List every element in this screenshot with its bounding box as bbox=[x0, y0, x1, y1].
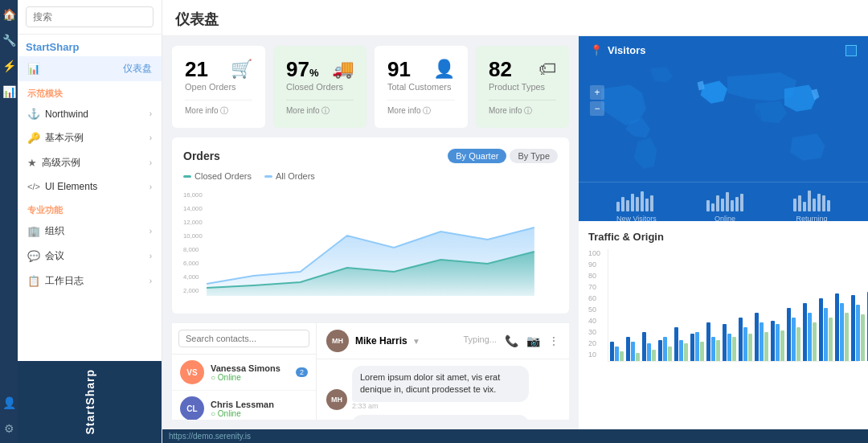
message-2: MH Sit meis deleniti eu, pri vidit melio… bbox=[326, 415, 559, 420]
traffic-bar bbox=[700, 342, 704, 361]
traffic-bar bbox=[840, 303, 844, 361]
traffic-section: Traffic & Origin 100 90 80 70 60 50 40 3… bbox=[579, 221, 868, 429]
online-bars bbox=[706, 187, 743, 211]
traffic-bar bbox=[642, 332, 646, 361]
stat-label-closed: Closed Orders bbox=[286, 82, 354, 92]
map-zoom-out[interactable]: − bbox=[590, 101, 604, 116]
contacts-list: VS Vanessa Simons ○ Online 2 CL Chris Le… bbox=[172, 323, 317, 420]
sidebar-item-meeting[interactable]: 💬 会议 › bbox=[18, 244, 162, 269]
traffic-bar-group bbox=[755, 313, 768, 361]
chevron-right-icon5: › bbox=[149, 227, 152, 236]
traffic-bar-group bbox=[658, 337, 672, 361]
sidebar-item-org[interactable]: 🏢 组织 › bbox=[18, 219, 162, 244]
chart-icon[interactable]: 📊 bbox=[2, 85, 16, 98]
traffic-bar bbox=[813, 322, 817, 361]
chart-header: Orders By Quarter By Type bbox=[183, 149, 558, 163]
new-visitors-label: New Visitors bbox=[616, 215, 657, 221]
visitors-toggle[interactable] bbox=[845, 45, 857, 56]
traffic-bar bbox=[695, 332, 699, 361]
stat-open-orders: 21 Open Orders 🛒 More info ⓘ bbox=[172, 46, 265, 128]
section-pro: 专业功能 bbox=[18, 198, 162, 219]
section-demo: 示范模块 bbox=[18, 81, 162, 102]
contacts-search-input[interactable] bbox=[178, 330, 309, 347]
traffic-bar bbox=[829, 318, 833, 361]
truck-icon: 🚚 bbox=[332, 59, 354, 80]
visitors-header: 📍 Visitors bbox=[579, 36, 868, 61]
traffic-bar bbox=[716, 340, 720, 361]
more-info-closed[interactable]: More info ⓘ bbox=[286, 100, 354, 117]
sidebar-item-basic[interactable]: 🔑 基本示例 › bbox=[18, 125, 162, 150]
more-info-cust[interactable]: More info ⓘ bbox=[387, 100, 455, 117]
svg-text:16,000: 16,000 bbox=[183, 191, 203, 199]
sidebar-item-advanced[interactable]: ★ 高级示例 › bbox=[18, 150, 162, 175]
cart-icon: 🛒 bbox=[231, 59, 252, 80]
avatar-chris: CL bbox=[180, 396, 204, 420]
user-icon[interactable]: 👤 bbox=[2, 396, 16, 409]
chevron-right-icon4: › bbox=[149, 183, 152, 191]
lightning-icon[interactable]: ⚡ bbox=[2, 59, 16, 72]
traffic-bar-group bbox=[706, 322, 720, 361]
video-icon[interactable]: 📷 bbox=[526, 334, 540, 347]
tag-icon: 🏷 bbox=[538, 59, 556, 80]
svg-text:2,000: 2,000 bbox=[183, 287, 199, 294]
traffic-bar bbox=[760, 322, 764, 361]
active-user-avatar: MH bbox=[326, 330, 349, 352]
traffic-bar bbox=[808, 313, 812, 361]
sidebar-item-northwind[interactable]: ⚓ Northwind › bbox=[18, 102, 162, 125]
message-1: MH Lorem ipsum dolor sit amet, vis erat … bbox=[326, 366, 559, 410]
gear-icon[interactable]: ⚙ bbox=[4, 422, 14, 435]
msg-bubble-1: Lorem ipsum dolor sit amet, vis erat den… bbox=[352, 366, 529, 402]
dropdown-icon[interactable]: ▼ bbox=[412, 337, 420, 346]
traffic-bar bbox=[711, 337, 715, 361]
traffic-bar bbox=[856, 305, 860, 361]
traffic-bar-group bbox=[787, 308, 800, 361]
map-container: + − bbox=[579, 61, 868, 182]
btn-by-quarter[interactable]: By Quarter bbox=[448, 149, 506, 163]
traffic-bar-group bbox=[610, 342, 624, 361]
main-content: 仪表盘 21 Open Orders 🛒 More info ⓘ 97% Clo… bbox=[162, 0, 868, 443]
traffic-y-axis: 100 90 80 70 60 50 40 30 20 10 bbox=[588, 249, 604, 362]
key-icon: 🔑 bbox=[27, 132, 40, 144]
page-title: 仪表盘 bbox=[175, 10, 855, 29]
traffic-bar-group bbox=[835, 293, 849, 361]
btn-by-type[interactable]: By Type bbox=[510, 149, 558, 163]
map-controls: + − bbox=[590, 85, 604, 116]
sidebar-item-dashboard[interactable]: 📊 仪表盘 bbox=[18, 56, 162, 81]
tools-icon[interactable]: 🔧 bbox=[2, 34, 16, 47]
traffic-bar bbox=[748, 334, 752, 361]
traffic-bar-group bbox=[690, 332, 704, 361]
svg-text:10,000: 10,000 bbox=[183, 232, 203, 240]
more-info-prod[interactable]: More info ⓘ bbox=[489, 100, 556, 117]
dashboard-icon: 📊 bbox=[27, 63, 40, 75]
new-visitors-bars bbox=[616, 187, 657, 211]
sidebar-item-log[interactable]: 📋 工作日志 › bbox=[18, 269, 162, 293]
meeting-icon: 💬 bbox=[27, 250, 40, 262]
traffic-bar bbox=[727, 334, 731, 361]
svg-text:14,000: 14,000 bbox=[183, 205, 203, 212]
svg-text:6,000: 6,000 bbox=[183, 260, 199, 267]
traffic-bar bbox=[647, 343, 651, 361]
phone-icon[interactable]: 📞 bbox=[505, 334, 518, 347]
contacts-search-container bbox=[172, 323, 316, 355]
traffic-bar bbox=[668, 347, 672, 361]
home-icon[interactable]: 🏠 bbox=[2, 8, 16, 21]
chart-buttons: By Quarter By Type bbox=[448, 149, 558, 163]
avatar-vanessa: VS bbox=[180, 360, 204, 384]
traffic-bar bbox=[771, 321, 775, 361]
more-icon[interactable]: ⋮ bbox=[548, 334, 559, 347]
stat-label-cust: Total Customers bbox=[387, 82, 455, 92]
chat-header-icons: Typing... 📞 📷 ⋮ bbox=[463, 334, 559, 347]
search-input[interactable] bbox=[26, 6, 154, 27]
side-icon-strip: 🏠 🔧 ⚡ 📊 👤 ⚙ bbox=[0, 0, 18, 443]
contact-vanessa[interactable]: VS Vanessa Simons ○ Online 2 bbox=[172, 355, 316, 391]
orders-chart-svg: 16,000 14,000 12,000 10,000 8,000 6,000 … bbox=[183, 187, 558, 300]
traffic-bar bbox=[787, 308, 791, 361]
traffic-bar bbox=[780, 330, 784, 361]
contact-chris[interactable]: CL Chris Lessman ○ Online bbox=[172, 391, 316, 420]
map-zoom-in[interactable]: + bbox=[590, 85, 604, 100]
traffic-bar-group bbox=[739, 318, 752, 361]
sidebar-item-ui[interactable]: </> UI Elements › bbox=[18, 175, 162, 198]
org-icon: 🏢 bbox=[27, 225, 40, 237]
more-info-link[interactable]: More info ⓘ bbox=[185, 100, 252, 117]
chat-header-left: MH Mike Harris ▼ bbox=[326, 330, 420, 352]
